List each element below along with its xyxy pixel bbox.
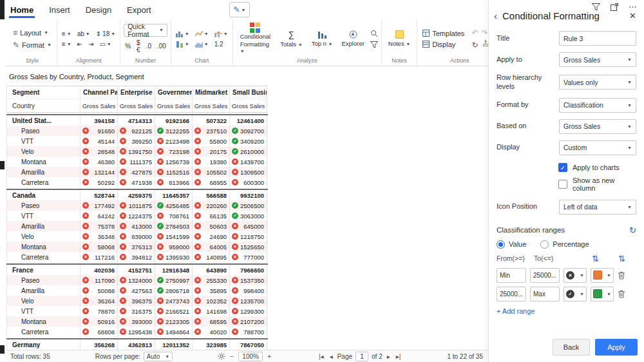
settings-gear-icon[interactable] (218, 352, 225, 360)
indent-decrease-button[interactable]: ⇤ (76, 40, 84, 48)
delete-range-icon[interactable] (618, 271, 625, 280)
apply-to-charts-checkbox[interactable]: Apply to charts (558, 163, 636, 172)
increase-decimal-button[interactable]: .00 (156, 42, 167, 50)
product-row[interactable]: Montana✕50916✕393000✕2123305✕68595✕21072… (6, 316, 268, 327)
range-2-from-input[interactable]: 25000... (497, 287, 526, 301)
product-row[interactable]: VTT✕45144✕389250✕2123498✕55800✓3409200 (6, 136, 268, 146)
range-1-color-select[interactable]: ▼ (591, 268, 614, 283)
combo-chart-button[interactable]: ▼ (213, 30, 229, 38)
edit-mode-button[interactable]: ✎▼ (229, 2, 250, 17)
vertical-align-button[interactable]: ≡▼ (61, 40, 73, 48)
tab-insert[interactable]: Insert (49, 0, 70, 19)
product-row[interactable]: Paseo✕117090✕1324000✓2750997✕255330✕1537… (6, 275, 268, 285)
tab-export[interactable]: Export (127, 0, 151, 19)
explorer-button[interactable]: Explorer (338, 30, 367, 47)
format-by-select[interactable]: Classification▼ (559, 98, 636, 113)
measure-column-header[interactable]: Gross Sales (80, 99, 118, 113)
segment-column-header[interactable]: Channel Partners (80, 86, 118, 99)
indent-increase-button[interactable]: ⇥ (87, 40, 95, 48)
conditional-formatting-button[interactable]: Conditional Formatting ▼ (236, 23, 275, 55)
stacked-chart-button[interactable]: ▼ (175, 40, 191, 48)
next-page-button[interactable]: ▸ (386, 353, 392, 360)
measure-column-header[interactable]: Gross Sales (118, 99, 155, 113)
refresh-icon[interactable]: ↻ (471, 41, 478, 50)
based-on-select[interactable]: Gross Sales▼ (559, 119, 636, 134)
sort-icons-icon[interactable]: ⇅ (592, 254, 599, 263)
quick-format-dropdown[interactable]: Quick Format▼ (124, 24, 167, 37)
number-precision-button[interactable]: 1.2 (213, 40, 225, 48)
notes-button[interactable]: Notes ▼ (385, 30, 413, 47)
product-row[interactable]: Amarilla✕75378✕413000✓2784503✕50603✕6450… (6, 221, 268, 231)
percent-format-button[interactable]: % (124, 42, 132, 50)
last-page-button[interactable]: ▸| (395, 353, 402, 360)
product-row[interactable]: Amarilla✕50088✕427563✓2806718✕35895✕9984… (6, 285, 268, 296)
rows-per-page-select[interactable]: Auto▼ (144, 352, 173, 361)
borders-button[interactable]: ▭▼ (98, 40, 112, 48)
product-row[interactable]: Carretera✕68808✕1295438✕1494864✕40020✕78… (6, 327, 268, 337)
panel-back-chevron[interactable]: ‹ (494, 10, 497, 21)
product-row[interactable]: VTT✕78870✕316375✕2166521✕141698✕1299300 (6, 306, 268, 316)
country-total-row[interactable]: Germany356268436281312011352323985786705… (6, 338, 268, 350)
measure-column-header[interactable]: Gross Sales (230, 99, 267, 113)
product-row[interactable]: Paseo✕91650✕922125✓3122255✕237510✓309270… (6, 126, 268, 136)
product-row[interactable]: Paseo✕177492✕1011875✓4256485✕220260✓2506… (6, 200, 268, 211)
range-2-color-select[interactable]: ▼ (591, 287, 614, 301)
back-button[interactable]: Back (553, 339, 590, 356)
close-icon[interactable]: ✕ (629, 11, 636, 21)
line-chart-button[interactable]: ▼ (194, 30, 210, 38)
bar-chart-button[interactable]: ▼ (175, 30, 191, 38)
corner-header-country[interactable]: Country (6, 99, 80, 113)
range-2-to-input[interactable]: Max (530, 287, 560, 301)
prev-page-button[interactable]: ◂ (328, 353, 334, 360)
icon-position-select[interactable]: Left of data▼ (559, 200, 636, 214)
product-row[interactable]: VTT✕64242✕1224375✕708761✕66135✓3063000 (6, 211, 268, 221)
layout-button[interactable]: ≡Layout▼ (11, 28, 53, 38)
product-row[interactable]: Velo✕36264✕396375✕2473743✕102352✕1235700 (6, 296, 268, 306)
expand-panel-icon[interactable] (611, 3, 618, 11)
decrease-decimal-button[interactable]: .0 (145, 42, 153, 50)
templates-button[interactable]: Templates (421, 29, 466, 38)
product-row[interactable]: Velo✕36348✕839000✕1541599✕24690✕1218750 (6, 231, 268, 242)
percentage-radio[interactable]: Percentage (540, 240, 589, 249)
product-row[interactable]: Amarilla✕132144✕427875✕1152516✕105502✕13… (6, 167, 268, 177)
format-button[interactable]: ✎Format▼ (11, 40, 53, 50)
country-total-row[interactable]: United Stat...39415847143139192166507322… (6, 114, 268, 126)
country-total-row[interactable]: Canada5287444259375116453575665889932100 (6, 189, 268, 200)
area-chart-button[interactable]: ▼ (194, 40, 210, 48)
row-height-button[interactable]: ⇕18▼ (95, 30, 117, 38)
sort-colors-icon[interactable]: ⇅ (618, 254, 625, 263)
product-row[interactable]: Carretera✕117216✕394812✕1395930✕140895✕7… (6, 252, 268, 262)
top-n-button[interactable]: Top n ▼ (308, 31, 336, 47)
product-row[interactable]: Velo✕28548✕1391750✕723198✕20175✓2610000 (6, 146, 268, 157)
range-2-icon-select[interactable]: ✓▼ (564, 287, 587, 301)
product-row[interactable]: Montana✕46380✕1111375✕1256739✕19380✕1439… (6, 157, 268, 167)
wrap-text-button[interactable]: ab▼ (76, 30, 91, 38)
show-as-new-column-checkbox[interactable]: Show as new column (558, 176, 636, 192)
search-icon[interactable] (370, 30, 378, 37)
country-total-row[interactable]: France4020364152751129163486438907966650 (6, 263, 268, 275)
filter-icon[interactable] (592, 3, 600, 11)
zoom-out-button[interactable]: − (229, 353, 235, 360)
undo-icon[interactable]: ↶ (471, 28, 478, 37)
zoom-in-button[interactable]: + (266, 353, 272, 360)
value-radio[interactable]: Value (497, 240, 526, 249)
more-options-icon[interactable]: ⋯ (629, 2, 638, 12)
add-range-link[interactable]: + Add range (489, 303, 644, 319)
display-select[interactable]: Custom▼ (559, 140, 636, 155)
range-1-to-input[interactable]: 25000... (530, 268, 560, 283)
row-hierarchy-levels-select[interactable]: Values only▼ (559, 75, 636, 90)
measure-column-header[interactable]: Gross Sales (155, 99, 193, 113)
measure-column-header[interactable]: Gross Sales (193, 99, 230, 113)
apply-button[interactable]: Apply (595, 339, 638, 356)
tab-home[interactable]: Home (10, 0, 33, 19)
apply-to-select[interactable]: Gross Sales▼ (559, 52, 636, 67)
page-number-input[interactable] (355, 352, 368, 361)
rule-title-input[interactable] (559, 31, 636, 46)
product-row[interactable]: Carretera✕50292✕471938✕813966✕68955✕6003… (6, 177, 268, 187)
corner-header-segment[interactable]: Segment (6, 86, 80, 99)
filter-icon[interactable] (370, 41, 378, 48)
segment-column-header[interactable]: Enterprise (118, 86, 155, 99)
currency-format-button[interactable]: $€ (135, 39, 142, 54)
segment-column-header[interactable]: Small Business (230, 86, 267, 99)
delete-range-icon[interactable] (618, 290, 625, 298)
